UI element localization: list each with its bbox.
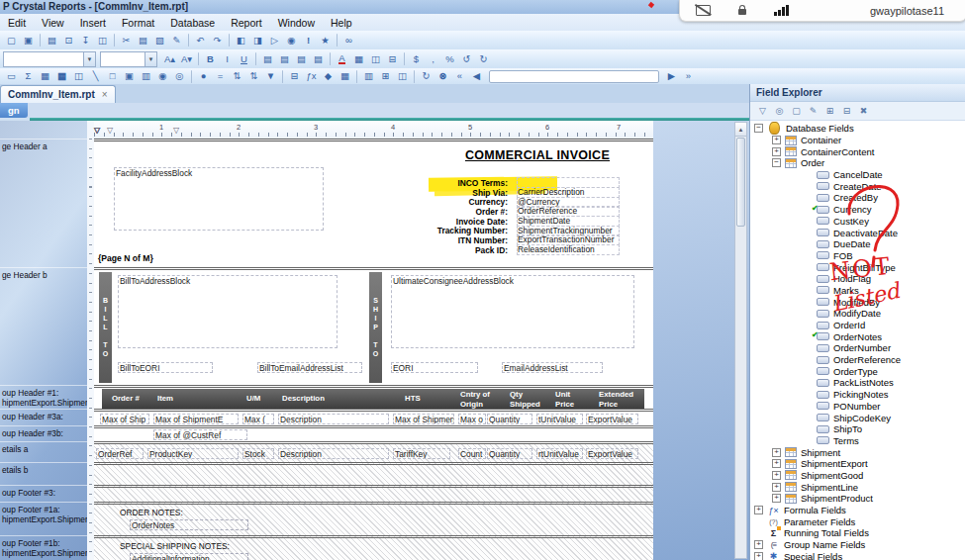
remote-connection-bar[interactable]: gwaypilotase11: [679, 0, 965, 22]
detail-field[interactable]: Count: [458, 448, 486, 459]
field-mapping-icon[interactable]: =: [212, 69, 229, 84]
summary-field[interactable]: Max of Ship: [100, 414, 149, 424]
detail-field[interactable]: TariffKey: [393, 448, 450, 459]
tree-item[interactable]: Formula Fields: [750, 505, 965, 516]
field-max-custref[interactable]: Max of @CustRef: [153, 429, 247, 440]
nav-last-icon[interactable]: »: [680, 69, 697, 84]
tree-item[interactable]: Marks: [750, 285, 965, 297]
section-label-band[interactable]: oup Header #3a:: [0, 409, 87, 425]
toggle-group-tree-icon[interactable]: ◧: [233, 33, 249, 47]
tree-item[interactable]: ShipmentProduct: [750, 493, 965, 505]
stop-icon[interactable]: ⊗: [434, 69, 451, 84]
insert-flash-icon[interactable]: ◎: [171, 69, 188, 84]
grid-icon[interactable]: ▦: [337, 69, 353, 84]
expand-toggle-icon[interactable]: [772, 459, 781, 468]
align-right-icon[interactable]: ▤: [293, 51, 310, 66]
section-label-band[interactable]: ge Header b: [0, 267, 87, 385]
tree-item[interactable]: Shipment: [750, 446, 965, 458]
field-ultimate-consignee-address[interactable]: UltimateConsigneeAddressBlock: [391, 275, 634, 348]
field-bill-to-email[interactable]: BillToEmailAddressList: [257, 362, 362, 373]
menu-report[interactable]: Report: [223, 16, 270, 30]
detail-field[interactable]: Description: [278, 448, 389, 459]
field-explorer-title[interactable]: Field Explorer: [750, 84, 965, 102]
detail-field[interactable]: Stock: [242, 448, 274, 459]
new-field-icon[interactable]: ▢: [788, 104, 805, 118]
formula-workshop-icon[interactable]: ƒx: [303, 69, 320, 84]
expand-toggle-icon[interactable]: [772, 147, 781, 156]
italic-icon[interactable]: I: [219, 51, 236, 66]
find-icon[interactable]: ∞: [340, 33, 357, 47]
favorites-icon[interactable]: ★: [317, 33, 334, 47]
tab-design[interactable]: gn: [0, 103, 28, 118]
export-icon[interactable]: ↧: [77, 33, 94, 47]
menu-help[interactable]: Help: [323, 16, 360, 30]
report-design-canvas[interactable]: FacilityAddressBlock COMMERCIAL INVOICE …: [94, 139, 653, 560]
tree-item[interactable]: Parameter Fields: [750, 515, 965, 527]
chevron-down-icon[interactable]: ▼: [145, 52, 156, 66]
borders-icon[interactable]: ▦: [350, 51, 367, 66]
tree-item[interactable]: Group Name Fields: [750, 539, 965, 551]
menu-edit[interactable]: Edit: [0, 16, 34, 30]
format-painter-icon[interactable]: ✎: [168, 33, 185, 47]
tree-item[interactable]: ModifyDate: [750, 308, 965, 320]
invoice-info-label[interactable]: Tracking Number:: [393, 226, 508, 235]
tree-item[interactable]: ShipTo: [750, 423, 965, 435]
menu-insert[interactable]: Insert: [72, 16, 114, 30]
vertical-scrollbar[interactable]: ▲: [734, 122, 747, 559]
tree-item[interactable]: PackListNotes: [750, 377, 965, 389]
scrollbar-thumb[interactable]: [736, 138, 745, 227]
tree-item[interactable]: OrderId: [750, 320, 965, 331]
column-header[interactable]: HTS: [405, 394, 421, 404]
justify-icon[interactable]: ▤: [310, 51, 327, 66]
currency-icon[interactable]: $: [408, 51, 425, 66]
summary-field[interactable]: Description: [278, 414, 389, 424]
column-header[interactable]: U/M: [246, 394, 260, 404]
tree-item[interactable]: CreatedBy: [750, 192, 965, 204]
align-left-icon[interactable]: ▤: [259, 51, 276, 66]
section-page-header-a[interactable]: FacilityAddressBlock COMMERCIAL INVOICE …: [94, 141, 653, 270]
delete-icon[interactable]: ✖: [855, 104, 872, 118]
tree-item[interactable]: CancelDate: [750, 169, 965, 181]
expand-toggle-icon[interactable]: [772, 494, 781, 503]
field-facility-address-block[interactable]: FacilityAddressBlock: [114, 167, 324, 231]
expand-toggle-icon[interactable]: [772, 448, 781, 457]
lock-format-icon[interactable]: ⊟: [384, 51, 401, 66]
nav-prev-icon[interactable]: ◀: [468, 69, 485, 84]
summary-field[interactable]: tUnitValue: [536, 414, 583, 424]
section-group-header-3b[interactable]: Max of @CustRef: [94, 428, 653, 444]
select-expert-icon[interactable]: ▼: [262, 69, 279, 84]
section-details-a[interactable]: OrderRefProductKeyStockDescriptionTariff…: [94, 444, 653, 465]
font-color-icon[interactable]: A: [334, 51, 350, 66]
field-page-n-of-m[interactable]: {Page N of M}: [98, 253, 153, 263]
insert-report-icon[interactable]: ▷: [266, 33, 283, 47]
summary-field[interactable]: Max o: [458, 414, 486, 424]
tree-item[interactable]: DeactivateDate: [750, 227, 965, 238]
summary-field[interactable]: Max of ShipmentE: [153, 414, 239, 424]
tree-item[interactable]: ContainerContent: [750, 145, 965, 157]
shipping-notes-title[interactable]: SPECIAL SHIPPING NOTES:: [120, 541, 230, 551]
field-order-notes[interactable]: OrderNotes: [130, 519, 248, 530]
tree-item[interactable]: CreateDate: [750, 180, 965, 192]
tree-item[interactable]: DueDate: [750, 238, 965, 250]
insert-crosstab-icon[interactable]: ▦: [53, 69, 70, 84]
scroll-up-icon[interactable]: ▲: [735, 123, 746, 137]
section-label-band[interactable]: oup Header #1: hipmentExport.ShipmentE:: [0, 385, 87, 409]
section-group-header-3a[interactable]: Max of ShipMax of ShipmentEMax (Descript…: [94, 412, 653, 428]
invoice-info-label[interactable]: Order #:: [393, 207, 508, 217]
tree-item[interactable]: CustKey: [750, 216, 965, 228]
column-header[interactable]: Cntry ofOrigin: [460, 390, 490, 409]
paste-icon[interactable]: ▧: [151, 33, 168, 47]
increase-decimals-icon[interactable]: ↺: [458, 51, 475, 66]
expand-toggle-icon[interactable]: [772, 136, 781, 144]
tree-item[interactable]: OrderReference: [750, 354, 965, 366]
margin-marker-icon[interactable]: ▽: [94, 127, 100, 135]
browse-data-icon[interactable]: ◎: [771, 104, 788, 118]
tree-item[interactable]: ShipmentLine: [750, 481, 965, 493]
section-group-footer-1a[interactable]: ORDER NOTES: OrderNotes: [94, 505, 653, 538]
copy-icon[interactable]: ▤: [135, 33, 151, 47]
menu-window[interactable]: Window: [270, 16, 323, 30]
group-sort-expert-icon[interactable]: ⇅: [229, 69, 245, 84]
section-label-band[interactable]: ge Header a: [0, 139, 87, 267]
highlighting-expert-icon[interactable]: ●: [195, 69, 212, 84]
expand-toggle-icon[interactable]: [754, 506, 763, 514]
